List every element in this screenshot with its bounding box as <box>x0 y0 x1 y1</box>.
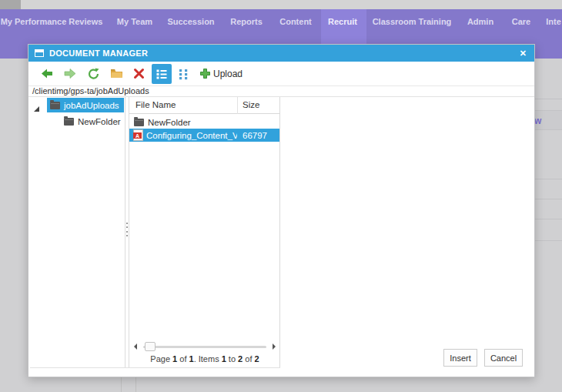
new-folder-icon[interactable] <box>110 68 123 82</box>
nav-item-care[interactable]: Care <box>512 17 530 26</box>
background-clipped-text: w <box>534 116 541 126</box>
toolbar: Upload <box>28 62 534 86</box>
scrollbar-track[interactable] <box>143 346 266 348</box>
file-list-panel: File Name Size NewFolder A Configuring_C… <box>129 97 280 368</box>
dialog-title: DOCUMENT MANAGER <box>49 49 518 58</box>
pager-text: of <box>243 354 254 364</box>
nav-item-inte-clipped[interactable]: Inte <box>546 17 561 26</box>
close-icon[interactable]: ✕ <box>518 49 528 59</box>
tree-expander-icon[interactable] <box>33 102 40 116</box>
insert-button[interactable]: Insert <box>443 349 477 367</box>
tree-node-newfolder[interactable]: NewFolder <box>64 114 121 129</box>
pager-number: 2 <box>255 354 259 364</box>
file-name: NewFolder <box>148 118 191 127</box>
cancel-button[interactable]: Cancel <box>484 349 523 367</box>
panel-bottom-border <box>30 367 280 368</box>
scroll-right-icon[interactable] <box>273 343 276 350</box>
scrollbar-thumb[interactable] <box>145 342 156 351</box>
nav-item-recruit[interactable]: Recruit <box>328 17 357 26</box>
top-strip-dark-segment <box>0 0 21 9</box>
list-view-icon <box>156 68 168 80</box>
tree-node-label: jobAdUploads <box>64 101 119 110</box>
scroll-left-icon[interactable] <box>134 343 137 350</box>
address-path[interactable]: /clientimg/gps-ta/jobAdUploads <box>28 86 534 97</box>
pager-text: to <box>226 354 238 364</box>
column-header-size[interactable]: Size <box>243 100 259 109</box>
grid-view-icon[interactable] <box>178 68 189 83</box>
pager-status: Page 1 of 1. Items 1 to 2 of 2 <box>129 354 280 364</box>
folder-icon <box>50 102 60 109</box>
top-window-strip <box>0 0 562 9</box>
folder-tree-panel: jobAdUploads NewFolder <box>28 97 125 368</box>
file-list-header: File Name Size <box>129 97 279 114</box>
file-row-newfolder[interactable]: NewFolder <box>129 116 279 129</box>
svg-text:A: A <box>135 133 139 139</box>
column-header-file-name[interactable]: File Name <box>135 100 176 109</box>
background-column-line <box>135 377 136 392</box>
nav-item-my-performance-reviews[interactable]: My Performance Reviews <box>1 17 103 26</box>
nav-item-my-team[interactable]: My Team <box>117 17 152 26</box>
forward-icon[interactable] <box>64 68 76 82</box>
refresh-icon[interactable] <box>87 68 100 83</box>
tree-node-jobaduploads[interactable]: jobAdUploads <box>47 98 124 112</box>
pager-text: . Items <box>194 354 222 364</box>
pager-text: of <box>177 354 189 364</box>
pdf-file-icon: A <box>133 129 143 141</box>
dialog-body: jobAdUploads NewFolder File Name Size Ne… <box>28 97 534 369</box>
back-icon[interactable] <box>41 68 53 82</box>
list-view-button[interactable] <box>152 64 172 84</box>
delete-icon[interactable] <box>133 68 145 82</box>
document-manager-dialog: DOCUMENT MANAGER ✕ <box>28 44 535 377</box>
file-size: 66797 <box>243 131 267 140</box>
pager-text: Page <box>150 354 172 364</box>
window-icon <box>35 49 44 57</box>
upload-button[interactable]: Upload <box>213 62 243 86</box>
nav-item-classroom-training[interactable]: Classroom Training <box>373 17 452 26</box>
horizontal-scrollbar <box>134 342 276 352</box>
nav-item-content[interactable]: Content <box>279 17 312 26</box>
column-separator <box>237 97 238 114</box>
dialog-title-bar[interactable]: DOCUMENT MANAGER ✕ <box>28 45 534 62</box>
nav-item-admin[interactable]: Admin <box>467 17 493 26</box>
nav-item-reports[interactable]: Reports <box>230 17 263 26</box>
file-name: Configuring_Content_Vendor <box>146 131 237 140</box>
tree-node-label: NewFolder <box>78 117 121 126</box>
file-row-selected-pdf[interactable]: A Configuring_Content_Vendor 66797 <box>129 129 279 142</box>
background-column-line <box>121 377 122 392</box>
upload-plus-icon[interactable] <box>199 68 211 82</box>
folder-icon <box>134 119 144 126</box>
nav-item-succession[interactable]: Succession <box>167 17 214 26</box>
splitter-grip[interactable] <box>125 223 129 236</box>
folder-icon <box>64 118 74 126</box>
